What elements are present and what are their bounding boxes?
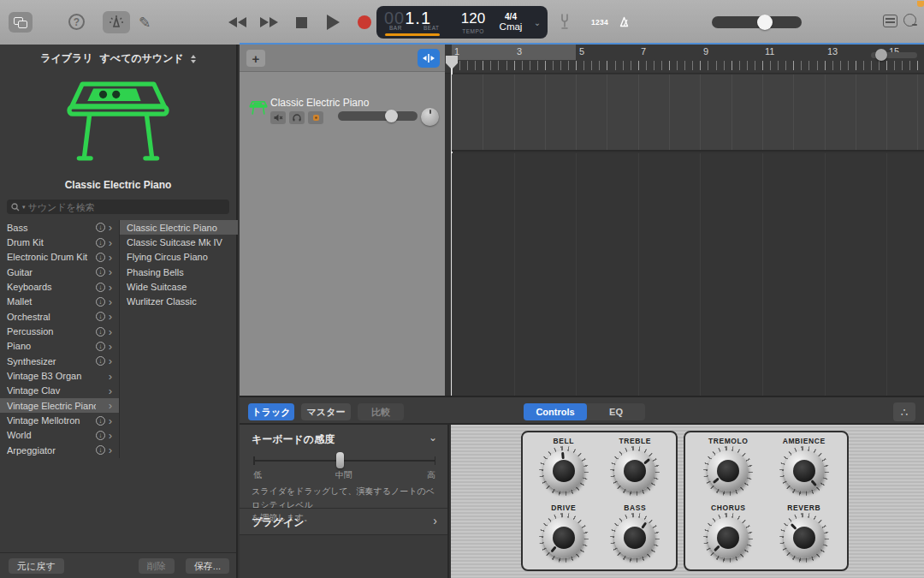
solo-button[interactable] <box>289 111 305 124</box>
lcd-tempo[interactable]: 120 TEMPO <box>453 10 493 34</box>
drive-knob[interactable] <box>539 513 589 563</box>
category-row[interactable]: Orchestral↓› <box>0 309 119 324</box>
save-button[interactable]: 保存... <box>186 558 229 574</box>
bass-knob[interactable] <box>610 513 660 563</box>
download-icon[interactable]: ↓ <box>96 283 105 292</box>
chevron-right-icon: › <box>109 355 112 366</box>
sound-search-box[interactable]: ▾ <box>7 200 229 214</box>
master-volume-slider[interactable] <box>712 16 802 28</box>
category-row[interactable]: Mallet↓› <box>0 295 119 309</box>
lcd-chevron-down-icon[interactable]: ⌄ <box>529 18 546 27</box>
master-volume-knob[interactable] <box>757 15 773 30</box>
sound-row[interactable]: Wurlitzer Classic <box>120 295 238 309</box>
fast-forward-button[interactable] <box>259 14 280 31</box>
smart-controls-expand-button[interactable]: ∴ <box>893 402 915 421</box>
download-icon[interactable]: ↓ <box>96 327 105 337</box>
tremolo-knob[interactable] <box>703 446 753 496</box>
bar-ruler[interactable]: 1 3 5 7 9 11 13 15 <box>445 45 924 74</box>
add-track-button[interactable]: + <box>246 50 265 67</box>
chevron-right-icon: › <box>109 400 112 411</box>
collapse-chevron-icon[interactable]: ⌄ <box>429 432 437 444</box>
download-icon[interactable]: ↓ <box>96 416 105 426</box>
category-row[interactable]: Piano↓› <box>0 339 119 354</box>
input-monitor-button[interactable] <box>308 111 323 124</box>
sound-filter-popup[interactable]: すべてのサウンド <box>100 51 184 66</box>
download-icon[interactable]: ↓ <box>96 267 105 277</box>
category-row[interactable]: Keyboards↓› <box>0 279 119 294</box>
sound-row[interactable]: Phasing Bells <box>120 265 238 279</box>
download-icon[interactable]: ↓ <box>96 253 105 262</box>
category-row[interactable]: Arpeggiator↓› <box>0 443 119 457</box>
category-row[interactable]: Percussion↓› <box>0 324 119 338</box>
rewind-button[interactable] <box>228 14 248 31</box>
chevron-right-icon: › <box>109 326 112 337</box>
download-icon[interactable]: ↓ <box>96 238 105 247</box>
track-name[interactable]: Classic Electric Piano <box>270 97 369 109</box>
category-row[interactable]: Bass↓› <box>0 220 119 235</box>
metronome-button[interactable] <box>613 12 635 32</box>
undo-button[interactable]: 元に戻す <box>9 558 64 574</box>
tab-master[interactable]: マスター <box>301 403 351 420</box>
download-icon[interactable]: ↓ <box>96 342 105 351</box>
knob-label: TREMOLO <box>708 437 749 445</box>
category-row[interactable]: Guitar↓› <box>0 265 119 279</box>
search-input[interactable] <box>28 202 199 212</box>
help-button[interactable]: ? <box>68 14 85 30</box>
lcd-display[interactable]: 001.1 BAR BEAT 120 TEMPO 4/4 Cmaj ⌄ <box>376 6 548 39</box>
sound-row[interactable]: Wide Suitcase <box>120 279 238 294</box>
tab-track[interactable]: トラック <box>248 403 294 420</box>
sound-row-selected[interactable]: Classic Electric Piano <box>120 220 238 235</box>
mute-button[interactable] <box>270 111 286 124</box>
notification-dot <box>917 1 924 7</box>
download-icon[interactable]: ↓ <box>96 223 105 232</box>
download-icon[interactable]: ↓ <box>96 297 105 307</box>
library-header: ライブラリ すべてのサウンド <box>0 51 236 66</box>
category-row-selected[interactable]: Vintage Electric Piano↓› <box>0 398 119 413</box>
track-volume-slider[interactable] <box>338 111 418 121</box>
plugins-row[interactable]: プラグイン <box>252 515 304 530</box>
sensitivity-slider-track[interactable] <box>253 460 435 462</box>
track-pan-knob[interactable] <box>421 108 439 126</box>
track-volume-knob[interactable] <box>385 110 398 122</box>
play-button[interactable] <box>323 14 343 31</box>
library-toggle-button[interactable] <box>9 12 33 33</box>
editor-toggle-icon[interactable] <box>883 15 897 27</box>
sensitivity-slider-handle[interactable] <box>336 452 344 468</box>
bell-knob[interactable] <box>539 446 589 496</box>
category-row[interactable]: World↓› <box>0 428 119 443</box>
chorus-knob[interactable] <box>703 513 753 563</box>
treble-knob[interactable] <box>610 446 660 496</box>
tuning-fork-icon[interactable] <box>559 14 571 29</box>
count-in-button[interactable]: 1234 <box>588 12 612 32</box>
ambience-knob[interactable] <box>779 446 829 496</box>
download-icon[interactable]: ↓ <box>96 356 105 366</box>
chevron-right-icon[interactable]: › <box>433 514 437 527</box>
updown-chevrons-icon[interactable] <box>191 55 196 63</box>
horizontal-zoom-slider[interactable] <box>871 52 917 58</box>
category-row[interactable]: Vintage B3 Organ↓› <box>0 368 119 383</box>
sound-row[interactable]: Classic Suitcase Mk IV <box>120 235 238 249</box>
record-button[interactable] <box>354 14 375 31</box>
category-row[interactable]: Drum Kit↓› <box>0 235 119 249</box>
metronome-settings-button[interactable] <box>103 11 130 33</box>
pencil-icon[interactable]: ✎ <box>139 14 151 32</box>
zoom-slider-knob[interactable] <box>875 49 887 61</box>
tab-eq[interactable]: EQ <box>587 403 645 420</box>
track-lane[interactable] <box>452 74 924 152</box>
category-row[interactable]: Synthesizer↓› <box>0 354 119 368</box>
category-row[interactable]: Vintage Mellotron↓› <box>0 413 119 427</box>
download-icon[interactable]: ↓ <box>96 312 105 321</box>
sound-row[interactable]: Flying Circus Piano <box>120 250 238 265</box>
category-row[interactable]: Electronic Drum Kit↓› <box>0 250 119 265</box>
chevron-right-icon: › <box>109 296 112 307</box>
download-icon[interactable]: ↓ <box>96 445 105 455</box>
empty-arrange-area[interactable] <box>452 153 924 396</box>
catch-playhead-button[interactable] <box>418 49 440 68</box>
stop-button[interactable] <box>291 14 311 31</box>
lcd-key-signature[interactable]: 4/4 Cmaj <box>493 12 529 33</box>
tab-controls[interactable]: Controls <box>524 403 587 420</box>
category-row[interactable]: Vintage Clav↓› <box>0 384 119 398</box>
download-icon[interactable]: ↓ <box>96 431 105 440</box>
track-header-toolbar: + <box>240 45 445 72</box>
reverb-knob[interactable] <box>779 513 829 563</box>
